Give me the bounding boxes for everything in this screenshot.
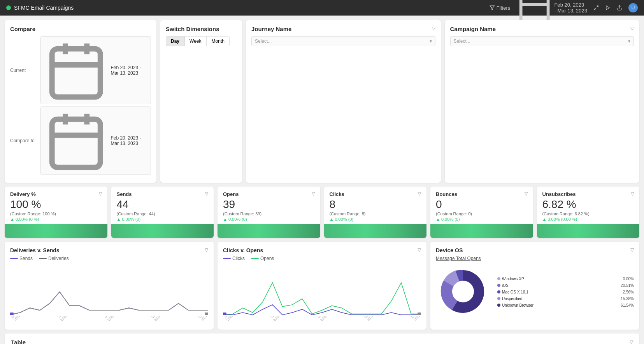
svg-rect-17 <box>10 313 14 315</box>
metric-change-sends: ▲ 0.00% (0) <box>117 217 209 222</box>
filter-icon <box>490 5 495 10</box>
week-button[interactable]: Week <box>184 36 206 46</box>
main-content: Compare Current Feb 20, 2023 - Mar 13, 2… <box>0 16 644 344</box>
compare-to-date-input[interactable]: Feb 20, 2023 - Mar 13, 2023 <box>40 107 151 175</box>
pie-svg <box>436 264 490 319</box>
cvo-chart-area <box>223 264 421 315</box>
macos-dot <box>497 290 500 293</box>
legend-ios: iOS 20.51% <box>497 283 634 288</box>
play-button[interactable] <box>605 5 611 10</box>
metric-range-sends: (Custom Range: 44) <box>117 211 209 216</box>
journey-name-title: Journey Name <box>251 26 435 32</box>
status-dot <box>6 5 11 10</box>
deliveries-dot <box>39 258 47 259</box>
topbar-left: SFMC Email Campaigns <box>6 5 74 11</box>
journey-filter-icon[interactable]: ▽ <box>432 26 435 31</box>
metric-filter-sends[interactable]: ▽ <box>205 191 208 196</box>
legend-unknown: Unknown Browser 61.54% <box>497 303 634 307</box>
metric-bar-bounces <box>430 224 533 238</box>
metrics-row: Delivery % ▽ 100 % (Custom Range: 100 %)… <box>5 187 639 238</box>
metric-filter-unsubscribes[interactable]: ▽ <box>631 191 634 196</box>
user-button[interactable]: U <box>628 3 638 12</box>
sends-legend[interactable]: Sends <box>10 256 33 261</box>
current-date-input[interactable]: Feb 20, 2023 - Mar 13, 2023 <box>40 36 151 104</box>
pie-legend-container: Windows XP 0.00% iOS 20.51% <box>494 277 634 307</box>
svg-rect-20 <box>418 313 421 315</box>
device-os-title: Device OS <box>436 247 463 253</box>
journey-name-select[interactable]: Select... ▾ <box>251 36 435 46</box>
metric-bounces: Bounces ▽ 0 (Custom Range: 0) ▲ 0.00% (0… <box>430 187 533 238</box>
svg-point-21 <box>452 281 474 302</box>
metric-filter-opens[interactable]: ▽ <box>312 191 315 196</box>
cvo-legend: Clicks Opens <box>223 256 421 261</box>
svg-rect-18 <box>205 313 208 315</box>
metric-range-bounces: (Custom Range: 0) <box>436 211 528 216</box>
metric-bar-delivery-pct <box>5 224 107 238</box>
device-filter-icon[interactable]: ▽ <box>630 247 634 253</box>
month-button[interactable]: Month <box>206 36 229 46</box>
day-button[interactable]: Day <box>166 36 184 46</box>
compare-to-row: Compare to Feb 20, 2023 - Mar 13, 2023 <box>10 107 151 175</box>
chevron-down-icon: ▾ <box>430 38 432 44</box>
campaign-name-select[interactable]: Select... ▾ <box>450 36 634 46</box>
clicks-v-opens-title: Clicks v. Opens <box>223 247 263 253</box>
metric-bar-sends <box>111 224 214 238</box>
metric-clicks: Clicks ▽ 8 (Custom Range: 8) ▲ 0.00% (0) <box>324 187 427 238</box>
topbar: SFMC Email Campaigns Filters Feb 20, 202… <box>0 0 644 16</box>
metric-delivery-pct: Delivery % ▽ 100 % (Custom Range: 100 %)… <box>5 187 107 238</box>
metric-unsubscribes: Unsubscribes ▽ 6.82 % (Custom Range: 6.8… <box>537 187 640 238</box>
pie-container: Windows XP 0.00% iOS 20.51% <box>436 264 634 320</box>
device-os-subtitle: Message Total Opens <box>436 256 634 261</box>
cvo-filter-icon[interactable]: ▽ <box>418 247 421 253</box>
expand-icon <box>593 5 599 10</box>
play-icon <box>605 5 611 10</box>
metric-value-opens: 39 <box>223 199 315 211</box>
deliveries-legend[interactable]: Deliveries <box>39 256 69 261</box>
svg-marker-0 <box>490 6 495 10</box>
legend-macos: Mac OS X 10.1 2.56% <box>497 290 634 294</box>
metric-bar-clicks <box>324 224 427 238</box>
metric-range-opens: (Custom Range: 39) <box>223 211 315 216</box>
switch-dimensions-card: Switch Dimensions Day Week Month <box>160 20 242 183</box>
metric-title-sends: Sends <box>117 191 132 197</box>
metric-value-delivery-pct: 100 % <box>10 199 102 211</box>
clicks-v-opens-card: Clicks v. Opens ▽ Clicks Opens <box>218 242 426 330</box>
filter-row: Compare Current Feb 20, 2023 - Mar 13, 2… <box>5 20 639 183</box>
metric-value-unsubscribes: 6.82 % <box>542 199 634 211</box>
metric-change-delivery-pct: ▲ 0.00% (0 %) <box>10 217 102 222</box>
share-button[interactable] <box>617 5 622 10</box>
table-title: Table <box>11 339 26 344</box>
metric-range-clicks: (Custom Range: 8) <box>330 211 421 216</box>
clicks-legend[interactable]: Clicks <box>223 256 245 261</box>
deliveries-v-sends-card: Deliveries v. Sends ▽ Sends Deliveries <box>5 242 214 330</box>
share-icon <box>617 5 622 10</box>
svg-line-6 <box>594 8 596 10</box>
compare-card: Compare Current Feb 20, 2023 - Mar 13, 2… <box>5 20 156 183</box>
table-filter-icon[interactable]: ▽ <box>630 339 633 344</box>
metric-value-clicks: 8 <box>330 199 421 211</box>
campaign-filter-icon[interactable]: ▽ <box>630 26 634 31</box>
filters-button[interactable]: Filters <box>490 5 510 11</box>
metric-title-clicks: Clicks <box>330 191 344 197</box>
metric-title-unsubscribes: Unsubscribes <box>542 191 576 197</box>
journey-name-card: ▽ Journey Name Select... ▾ <box>246 20 441 183</box>
calendar-icon <box>44 38 108 102</box>
sends-dot <box>10 258 18 259</box>
svg-rect-19 <box>223 313 226 315</box>
metric-range-unsubscribes: (Custom Range: 6.82 %) <box>542 211 634 216</box>
metric-filter-delivery-pct[interactable]: ▽ <box>99 191 102 196</box>
unspecified-dot <box>497 297 500 300</box>
cvo-axis-labels: 20 Feb2023 25 Feb2023 01 Mar2023 06 Mar2… <box>223 316 421 324</box>
app-title: SFMC Email Campaigns <box>14 5 74 11</box>
metric-title-opens: Opens <box>223 191 239 197</box>
metric-change-opens: ▲ 0.00% (0) <box>223 217 315 222</box>
expand-button[interactable] <box>593 5 599 10</box>
svg-line-5 <box>597 6 598 7</box>
deliveries-filter-icon[interactable]: ▽ <box>205 247 208 253</box>
opens-legend[interactable]: Opens <box>251 256 274 261</box>
metric-filter-bounces[interactable]: ▽ <box>525 191 528 196</box>
windows-xp-dot <box>497 277 500 280</box>
table-header: Table ▽ <box>5 334 639 344</box>
metric-filter-clicks[interactable]: ▽ <box>418 191 421 196</box>
table-card: Table ▽ ⊞ JobID ↓ ⊞ Email Name # Deliver… <box>5 334 639 344</box>
